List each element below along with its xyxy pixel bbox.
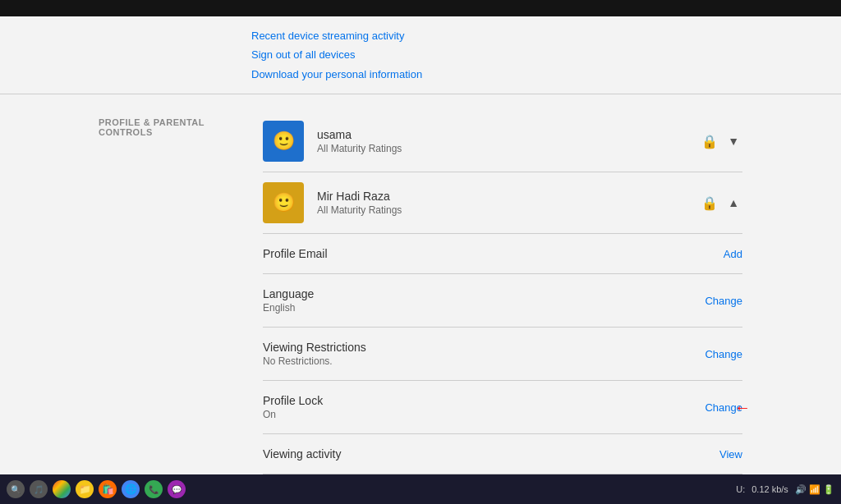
system-tray: 🔊 📶 🔋 — [795, 484, 834, 495]
settings-title-viewing-activity: Viewing activity — [263, 447, 719, 460]
blue-taskbar-icon[interactable]: 🌐 — [122, 480, 140, 498]
settings-title-restrictions: Viewing Restrictions — [263, 341, 705, 354]
settings-content-restrictions: Viewing Restrictions No Restrictions. — [263, 341, 705, 367]
profile-item-usama: 🙂 usama All Maturity Ratings 🔒 ▼ — [263, 111, 742, 172]
profilelock-action-button[interactable]: Change — [705, 401, 742, 414]
settings-sub-language: English — [263, 302, 705, 314]
viewing-activity-action-button[interactable]: View — [719, 448, 742, 460]
profile-info-usama: usama All Maturity Ratings — [317, 128, 701, 154]
settings-content-email: Profile Email — [263, 247, 724, 260]
top-bar — [0, 0, 841, 16]
profiles-and-settings: 🙂 usama All Maturity Ratings 🔒 ▼ 🙂 Mir H… — [263, 111, 742, 474]
chevron-down-usama[interactable]: ▼ — [724, 131, 742, 151]
profile-parental-section: PROFILE & PARENTAL CONTROLS 🙂 usama All … — [99, 94, 742, 474]
network-speed: 0.12 kb/s — [751, 484, 788, 494]
profile-controls-usama: 🔒 ▼ — [701, 131, 742, 151]
section-label: PROFILE & PARENTAL CONTROLS — [99, 111, 230, 474]
profile-rating-mirhadi: All Maturity Ratings — [317, 204, 701, 216]
settings-row-viewing-activity: Viewing activity View — [263, 434, 742, 474]
settings-title-language: Language — [263, 287, 705, 300]
lock-icon-mirhadi: 🔒 — [701, 195, 718, 211]
profile-name-usama: usama — [317, 128, 701, 141]
settings-title-profilelock: Profile Lock — [263, 394, 705, 407]
settings-sub-profilelock: On — [263, 409, 705, 420]
profile-item-mirhadi: 🙂 Mir Hadi Raza All Maturity Ratings 🔒 ▲ — [263, 172, 742, 234]
profile-name-mirhadi: Mir Hadi Raza — [317, 190, 701, 203]
settings-row-email: Profile Email Add — [263, 234, 742, 274]
settings-row-restrictions: Viewing Restrictions No Restrictions. Ch… — [263, 328, 742, 381]
settings-row-profilelock: Profile Lock On Change ← — [263, 381, 742, 434]
media-taskbar-icon[interactable]: 🎵 — [30, 480, 48, 498]
download-link[interactable]: Download your personal information — [251, 65, 841, 84]
network-label: U: — [736, 484, 745, 494]
avatar-usama: 🙂 — [263, 121, 304, 162]
links-section: Recent device streaming activity Sign ou… — [0, 16, 841, 94]
settings-content-profilelock: Profile Lock On — [263, 394, 705, 420]
recent-device-link[interactable]: Recent device streaming activity — [251, 26, 841, 45]
purple-taskbar-icon[interactable]: 💬 — [168, 480, 186, 498]
settings-sub-restrictions: No Restrictions. — [263, 355, 705, 367]
restrictions-action-button[interactable]: Change — [705, 348, 742, 360]
lock-icon-usama: 🔒 — [701, 134, 718, 149]
search-taskbar-icon[interactable]: 🔍 — [7, 480, 25, 498]
email-action-button[interactable]: Add — [724, 248, 742, 260]
profile-rating-usama: All Maturity Ratings — [317, 143, 701, 154]
settings-title-email: Profile Email — [263, 247, 724, 260]
language-action-button[interactable]: Change — [705, 295, 742, 307]
main-content: Recent device streaming activity Sign ou… — [0, 16, 841, 474]
settings-content-language: Language English — [263, 287, 705, 314]
green-taskbar-icon[interactable]: 📞 — [145, 480, 163, 498]
settings-row-language: Language English Change — [263, 274, 742, 328]
profile-info-mirhadi: Mir Hadi Raza All Maturity Ratings — [317, 190, 701, 216]
shop-taskbar-icon[interactable]: 🛍️ — [99, 480, 117, 498]
chrome-taskbar-icon[interactable] — [53, 480, 71, 498]
avatar-mirhadi: 🙂 — [263, 182, 304, 223]
avatar-emoji-usama: 🙂 — [273, 132, 295, 150]
taskbar: 🔍 🎵 📁 🛍️ 🌐 📞 💬 U: 0.12 kb/s 🔊 📶 🔋 — [0, 474, 841, 504]
profile-controls-mirhadi: 🔒 ▲ — [701, 193, 742, 213]
chevron-up-mirhadi[interactable]: ▲ — [724, 193, 742, 213]
sign-out-link[interactable]: Sign out of all devices — [251, 45, 841, 64]
taskbar-right: U: 0.12 kb/s 🔊 📶 🔋 — [736, 484, 834, 495]
files-taskbar-icon[interactable]: 📁 — [76, 480, 94, 498]
avatar-emoji-mirhadi: 🙂 — [273, 194, 295, 212]
settings-content-viewing-activity: Viewing activity — [263, 447, 719, 460]
